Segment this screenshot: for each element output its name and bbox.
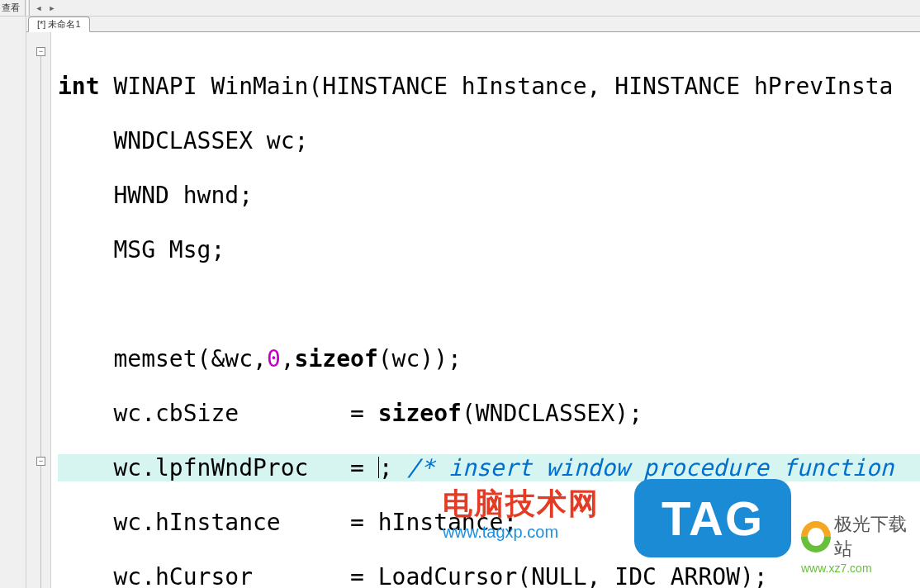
code-text: HWND hwnd; [58,182,253,209]
code-text: ; [379,454,407,481]
side-gutter [0,17,26,588]
code-text: MSG Msg; [58,236,225,263]
tab-strip: [*] 未命名1 [26,17,920,32]
code-line: WNDCLASSEX wc; [58,127,920,154]
nav-arrows: ◄ ► [30,2,61,14]
swirl-icon [801,521,831,552]
code-text: wc.lpfnWndProc = [58,454,378,481]
code-text: memset(&wc, [58,345,267,372]
watermark-url: www.xz7.com [801,562,920,575]
tab-file[interactable]: [*] 未命名1 [28,17,90,32]
code-line [58,291,920,318]
code-text: WINAPI WinMain(HINSTANCE hInstance, HINS… [100,73,894,100]
code-text: (wc)); [378,345,462,372]
keyword: sizeof [295,345,378,372]
view-menu-label[interactable]: 查看 [0,2,25,14]
watermark-tagxp: 电脑技术网 www.tagxp.com [443,484,600,542]
watermark-text: 电脑技术网 [443,484,600,524]
keyword: int [58,73,100,100]
nav-next-icon[interactable]: ► [46,2,58,14]
code-line: int WINAPI WinMain(HINSTANCE hInstance, … [58,73,920,100]
watermark-url: www.tagxp.com [443,523,600,542]
top-toolbar: 查看 ◄ ► [0,0,920,17]
number: 0 [267,345,281,372]
code-line: HWND hwnd; [58,182,920,209]
code-text: (WNDCLASSEX); [462,400,643,427]
watermark-text: 极光下载站 [834,512,920,562]
code-text: wc.hCursor = LoadCursor(NULL, IDC_ARROW)… [58,563,768,588]
code-line: wc.cbSize = sizeof(WNDCLASSEX); [58,400,920,427]
code-line-highlighted: wc.lpfnWndProc = ; /* insert window proc… [58,454,920,481]
fold-toggle-icon[interactable]: − [36,457,45,466]
keyword: sizeof [378,400,462,427]
code-text: wc.cbSize = [58,400,378,427]
code-line: wc.hCursor = LoadCursor(NULL, IDC_ARROW)… [58,563,920,588]
fold-toggle-icon[interactable]: − [36,47,45,56]
code-text: WNDCLASSEX wc; [58,127,308,154]
watermark-logo: 极光下载站 [801,512,920,562]
watermark-xz7: 极光下载站 www.xz7.com [801,512,920,575]
text-cursor [378,457,379,478]
comment: /* insert window procedure function [406,454,894,481]
code-line: memset(&wc,0,sizeof(wc)); [58,345,920,372]
folding-gutter: − − [26,32,51,588]
code-text: , [281,345,295,372]
code-line: MSG Msg; [58,236,920,263]
tag-badge: TAG [634,479,791,557]
fold-line [40,55,41,588]
nav-prev-icon[interactable]: ◄ [33,2,45,14]
